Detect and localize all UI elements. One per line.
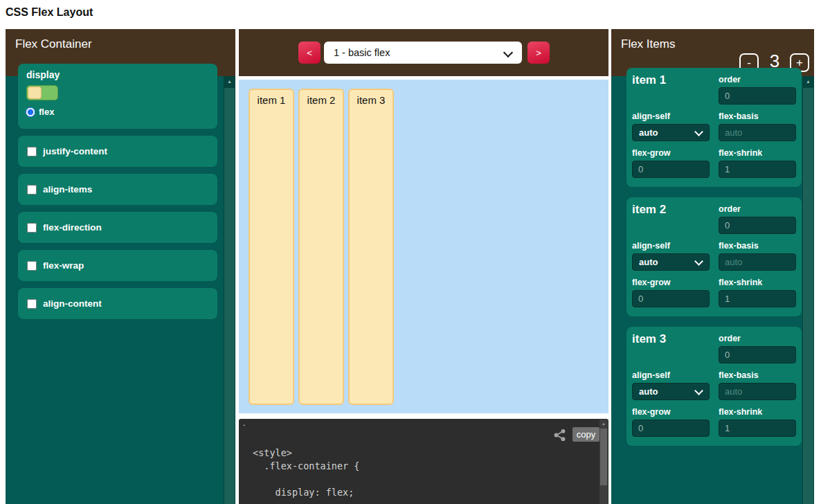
align-items-label: align-items [43, 184, 92, 195]
item-3-flex-grow-input[interactable] [632, 420, 710, 437]
item-3-align-self-select[interactable]: auto [632, 383, 710, 400]
item-1-card: item 1 order align-self auto flex-basis … [626, 68, 802, 187]
display-toggle-knob [28, 87, 42, 99]
flex-shrink-label: flex-shrink [719, 148, 796, 158]
item-1-order-input[interactable] [719, 87, 796, 105]
item-3-flex-shrink-input[interactable] [719, 420, 796, 437]
code-line: <style> [253, 447, 359, 460]
item-1-flex-grow-input[interactable] [632, 161, 710, 178]
next-example-button[interactable]: > [527, 42, 550, 64]
item-1-flex-basis-input[interactable] [719, 124, 796, 141]
code-block: . copy <style> .flex-container { display… [239, 419, 608, 504]
flex-item-2: item 2 [298, 89, 344, 405]
align-content-label: align-content [43, 298, 102, 309]
flex-demo-container: item 1 item 2 item 3 [239, 80, 608, 413]
flex-shrink-label: flex-shrink [719, 407, 796, 417]
copy-button[interactable]: copy [572, 427, 599, 442]
item-2-flex-grow-field: flex-grow [632, 278, 710, 307]
align-self-label: align-self [632, 111, 710, 121]
item-3-flex-grow-field: flex-grow [632, 407, 710, 437]
share-icon[interactable] [554, 429, 566, 442]
flex-items-panel: Flex Items - 3 + item 1 order align-self… [611, 29, 814, 504]
code-scrollbar[interactable]: ▲ [599, 420, 608, 504]
code-scrollbar-thumb[interactable] [600, 429, 607, 485]
prop-card-justify-content[interactable]: justify-content [18, 136, 217, 167]
prev-example-button[interactable]: < [298, 42, 321, 64]
flex-container-panel: Flex Container display flex justify-cont… [6, 29, 235, 504]
item-3-flex-basis-input[interactable] [719, 383, 796, 400]
item-3-flex-shrink-field: flex-shrink [719, 407, 796, 437]
item-3-name: item 3 [632, 332, 666, 346]
display-card: display flex [18, 64, 217, 129]
item-2-align-self-select-wrap: auto [632, 253, 710, 271]
example-select[interactable]: 1 - basic flex [324, 42, 522, 64]
right-panel-scrollbar-thumb[interactable] [803, 88, 813, 504]
item-1-align-self-select-wrap: auto [632, 124, 710, 141]
item-1-flex-shrink-input[interactable] [719, 161, 796, 178]
page: CSS Flex Layout Flex Container display f… [0, 0, 830, 504]
scroll-up-icon[interactable]: ▲ [802, 76, 814, 87]
demo-header: < 1 - basic flex > [239, 29, 608, 76]
item-2-flex-basis-field: flex-basis [719, 241, 796, 271]
flex-direction-checkbox[interactable] [27, 223, 37, 233]
flex-grow-label: flex-grow [632, 148, 710, 158]
align-items-checkbox[interactable] [27, 185, 37, 195]
item-2-align-self-field: align-self auto [632, 241, 710, 271]
order-label: order [719, 75, 796, 84]
flex-basis-label: flex-basis [719, 370, 796, 380]
item-1-align-self-select[interactable]: auto [632, 124, 710, 141]
left-panel-scrollbar-thumb[interactable] [224, 88, 235, 504]
prop-card-flex-wrap[interactable]: flex-wrap [18, 250, 217, 281]
flex-shrink-label: flex-shrink [719, 278, 796, 287]
code-line [253, 473, 359, 486]
display-flex-radio-row[interactable]: flex [26, 107, 54, 117]
prop-card-flex-direction[interactable]: flex-direction [18, 212, 217, 243]
scroll-up-icon[interactable]: ▲ [224, 76, 235, 87]
flex-container-title: Flex Container [15, 37, 92, 51]
item-1-name: item 1 [632, 73, 666, 87]
flex-item-1: item 1 [249, 89, 294, 405]
flex-radio[interactable] [26, 107, 35, 117]
example-select-wrap: 1 - basic flex [324, 42, 522, 64]
right-panel-scrollbar[interactable]: ▲ [802, 76, 814, 504]
code-content: <style> .flex-container { display: flex; [253, 447, 359, 499]
item-2-flex-shrink-input[interactable] [719, 290, 796, 307]
item-1-flex-basis-field: flex-basis [719, 111, 796, 141]
display-label: display [26, 69, 60, 80]
item-1-order-field: order [719, 75, 796, 105]
display-toggle[interactable] [26, 85, 58, 100]
item-2-flex-grow-input[interactable] [632, 290, 710, 307]
align-content-checkbox[interactable] [27, 299, 37, 309]
item-3-align-self-field: align-self auto [632, 370, 710, 400]
code-line: display: flex; [253, 486, 359, 499]
code-line: .flex-container { [253, 460, 359, 473]
code-dot: . [243, 418, 245, 428]
order-label: order [719, 334, 796, 343]
item-2-align-self-select[interactable]: auto [632, 253, 710, 271]
flex-grow-label: flex-grow [632, 278, 710, 287]
item-3-order-input[interactable] [719, 346, 796, 363]
flex-radio-label: flex [39, 107, 54, 117]
flex-basis-label: flex-basis [719, 241, 796, 251]
item-2-name: item 2 [632, 203, 666, 217]
item-2-order-input[interactable] [719, 217, 796, 234]
item-1-flex-grow-field: flex-grow [632, 148, 710, 178]
order-label: order [719, 204, 796, 214]
item-2-flex-basis-input[interactable] [719, 253, 796, 271]
prop-card-align-content[interactable]: align-content [18, 288, 217, 319]
flex-items-title: Flex Items [621, 37, 675, 51]
left-panel-scrollbar[interactable]: ▲ [224, 76, 235, 504]
item-2-flex-shrink-field: flex-shrink [719, 278, 796, 307]
prop-card-align-items[interactable]: align-items [18, 174, 217, 205]
justify-content-label: justify-content [43, 146, 107, 156]
page-title: CSS Flex Layout [6, 6, 93, 19]
item-1-flex-shrink-field: flex-shrink [719, 148, 796, 178]
justify-content-checkbox[interactable] [27, 147, 37, 156]
scroll-up-icon[interactable]: ▲ [599, 420, 608, 428]
flex-wrap-checkbox[interactable] [27, 261, 37, 271]
flex-direction-label: flex-direction [43, 222, 102, 233]
item-1-align-self-field: align-self auto [632, 111, 710, 141]
align-self-label: align-self [632, 241, 710, 251]
item-3-align-self-select-wrap: auto [632, 383, 710, 400]
flex-basis-label: flex-basis [719, 111, 796, 121]
